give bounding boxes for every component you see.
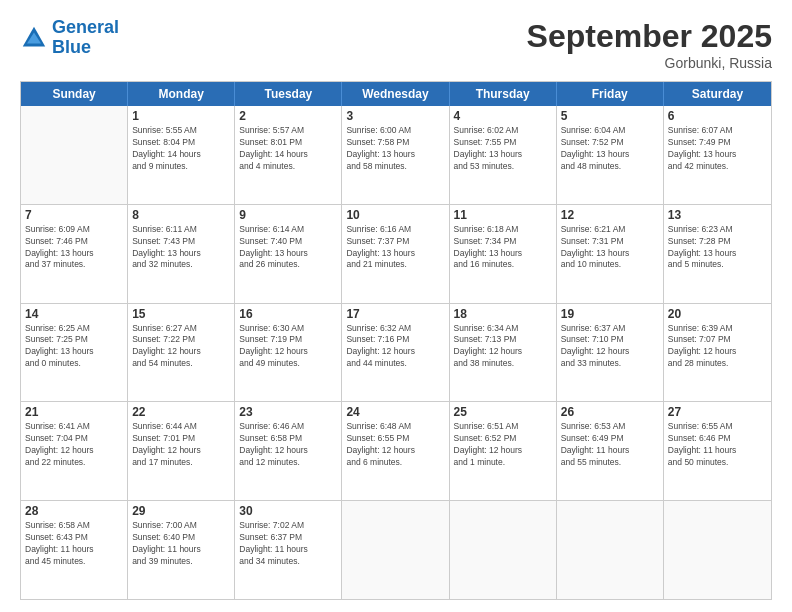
calendar-body: 1Sunrise: 5:55 AM Sunset: 8:04 PM Daylig… xyxy=(21,106,771,599)
logo-icon xyxy=(20,24,48,52)
day-number: 14 xyxy=(25,307,123,321)
calendar-cell: 27Sunrise: 6:55 AM Sunset: 6:46 PM Dayli… xyxy=(664,402,771,500)
day-info: Sunrise: 6:02 AM Sunset: 7:55 PM Dayligh… xyxy=(454,125,552,173)
calendar-cell: 30Sunrise: 7:02 AM Sunset: 6:37 PM Dayli… xyxy=(235,501,342,599)
calendar-cell: 15Sunrise: 6:27 AM Sunset: 7:22 PM Dayli… xyxy=(128,304,235,402)
calendar-cell: 26Sunrise: 6:53 AM Sunset: 6:49 PM Dayli… xyxy=(557,402,664,500)
day-info: Sunrise: 6:51 AM Sunset: 6:52 PM Dayligh… xyxy=(454,421,552,469)
day-info: Sunrise: 6:21 AM Sunset: 7:31 PM Dayligh… xyxy=(561,224,659,272)
day-number: 9 xyxy=(239,208,337,222)
calendar-cell: 14Sunrise: 6:25 AM Sunset: 7:25 PM Dayli… xyxy=(21,304,128,402)
day-info: Sunrise: 6:37 AM Sunset: 7:10 PM Dayligh… xyxy=(561,323,659,371)
day-number: 8 xyxy=(132,208,230,222)
day-number: 10 xyxy=(346,208,444,222)
header-day-saturday: Saturday xyxy=(664,82,771,106)
day-info: Sunrise: 6:34 AM Sunset: 7:13 PM Dayligh… xyxy=(454,323,552,371)
calendar-cell: 11Sunrise: 6:18 AM Sunset: 7:34 PM Dayli… xyxy=(450,205,557,303)
calendar-cell: 1Sunrise: 5:55 AM Sunset: 8:04 PM Daylig… xyxy=(128,106,235,204)
calendar-cell: 23Sunrise: 6:46 AM Sunset: 6:58 PM Dayli… xyxy=(235,402,342,500)
calendar-week-3: 14Sunrise: 6:25 AM Sunset: 7:25 PM Dayli… xyxy=(21,304,771,403)
calendar-cell xyxy=(450,501,557,599)
day-number: 25 xyxy=(454,405,552,419)
header-day-sunday: Sunday xyxy=(21,82,128,106)
day-number: 3 xyxy=(346,109,444,123)
logo-line2: Blue xyxy=(52,37,91,57)
calendar-cell xyxy=(664,501,771,599)
calendar-cell: 8Sunrise: 6:11 AM Sunset: 7:43 PM Daylig… xyxy=(128,205,235,303)
logo-line1: General xyxy=(52,17,119,37)
day-info: Sunrise: 5:55 AM Sunset: 8:04 PM Dayligh… xyxy=(132,125,230,173)
calendar-header: SundayMondayTuesdayWednesdayThursdayFrid… xyxy=(21,82,771,106)
day-number: 17 xyxy=(346,307,444,321)
day-info: Sunrise: 5:57 AM Sunset: 8:01 PM Dayligh… xyxy=(239,125,337,173)
header-day-thursday: Thursday xyxy=(450,82,557,106)
day-info: Sunrise: 6:30 AM Sunset: 7:19 PM Dayligh… xyxy=(239,323,337,371)
day-number: 13 xyxy=(668,208,767,222)
location: Gorbunki, Russia xyxy=(527,55,772,71)
day-info: Sunrise: 6:04 AM Sunset: 7:52 PM Dayligh… xyxy=(561,125,659,173)
day-number: 21 xyxy=(25,405,123,419)
day-number: 2 xyxy=(239,109,337,123)
day-info: Sunrise: 6:27 AM Sunset: 7:22 PM Dayligh… xyxy=(132,323,230,371)
day-info: Sunrise: 6:14 AM Sunset: 7:40 PM Dayligh… xyxy=(239,224,337,272)
calendar-cell: 9Sunrise: 6:14 AM Sunset: 7:40 PM Daylig… xyxy=(235,205,342,303)
day-info: Sunrise: 6:23 AM Sunset: 7:28 PM Dayligh… xyxy=(668,224,767,272)
day-number: 5 xyxy=(561,109,659,123)
calendar-week-5: 28Sunrise: 6:58 AM Sunset: 6:43 PM Dayli… xyxy=(21,501,771,599)
day-number: 15 xyxy=(132,307,230,321)
header: General Blue September 2025 Gorbunki, Ru… xyxy=(20,18,772,71)
calendar-cell: 18Sunrise: 6:34 AM Sunset: 7:13 PM Dayli… xyxy=(450,304,557,402)
month-title: September 2025 xyxy=(527,18,772,55)
day-info: Sunrise: 6:44 AM Sunset: 7:01 PM Dayligh… xyxy=(132,421,230,469)
calendar-cell: 10Sunrise: 6:16 AM Sunset: 7:37 PM Dayli… xyxy=(342,205,449,303)
calendar-cell xyxy=(557,501,664,599)
day-number: 1 xyxy=(132,109,230,123)
day-number: 4 xyxy=(454,109,552,123)
calendar-cell xyxy=(21,106,128,204)
day-number: 18 xyxy=(454,307,552,321)
day-info: Sunrise: 6:48 AM Sunset: 6:55 PM Dayligh… xyxy=(346,421,444,469)
calendar-cell: 21Sunrise: 6:41 AM Sunset: 7:04 PM Dayli… xyxy=(21,402,128,500)
calendar-cell: 17Sunrise: 6:32 AM Sunset: 7:16 PM Dayli… xyxy=(342,304,449,402)
calendar-cell xyxy=(342,501,449,599)
calendar-cell: 5Sunrise: 6:04 AM Sunset: 7:52 PM Daylig… xyxy=(557,106,664,204)
day-info: Sunrise: 7:00 AM Sunset: 6:40 PM Dayligh… xyxy=(132,520,230,568)
logo: General Blue xyxy=(20,18,119,58)
day-number: 12 xyxy=(561,208,659,222)
day-number: 16 xyxy=(239,307,337,321)
calendar-cell: 13Sunrise: 6:23 AM Sunset: 7:28 PM Dayli… xyxy=(664,205,771,303)
day-number: 20 xyxy=(668,307,767,321)
calendar-cell: 3Sunrise: 6:00 AM Sunset: 7:58 PM Daylig… xyxy=(342,106,449,204)
day-number: 22 xyxy=(132,405,230,419)
day-info: Sunrise: 6:07 AM Sunset: 7:49 PM Dayligh… xyxy=(668,125,767,173)
day-info: Sunrise: 6:16 AM Sunset: 7:37 PM Dayligh… xyxy=(346,224,444,272)
page: General Blue September 2025 Gorbunki, Ru… xyxy=(0,0,792,612)
calendar-cell: 22Sunrise: 6:44 AM Sunset: 7:01 PM Dayli… xyxy=(128,402,235,500)
logo-text: General Blue xyxy=(52,18,119,58)
calendar-cell: 2Sunrise: 5:57 AM Sunset: 8:01 PM Daylig… xyxy=(235,106,342,204)
day-info: Sunrise: 6:09 AM Sunset: 7:46 PM Dayligh… xyxy=(25,224,123,272)
day-info: Sunrise: 6:55 AM Sunset: 6:46 PM Dayligh… xyxy=(668,421,767,469)
day-number: 6 xyxy=(668,109,767,123)
day-number: 29 xyxy=(132,504,230,518)
calendar-week-2: 7Sunrise: 6:09 AM Sunset: 7:46 PM Daylig… xyxy=(21,205,771,304)
day-number: 24 xyxy=(346,405,444,419)
calendar-cell: 16Sunrise: 6:30 AM Sunset: 7:19 PM Dayli… xyxy=(235,304,342,402)
day-info: Sunrise: 6:39 AM Sunset: 7:07 PM Dayligh… xyxy=(668,323,767,371)
day-number: 11 xyxy=(454,208,552,222)
day-info: Sunrise: 6:25 AM Sunset: 7:25 PM Dayligh… xyxy=(25,323,123,371)
calendar: SundayMondayTuesdayWednesdayThursdayFrid… xyxy=(20,81,772,600)
calendar-cell: 4Sunrise: 6:02 AM Sunset: 7:55 PM Daylig… xyxy=(450,106,557,204)
day-info: Sunrise: 6:00 AM Sunset: 7:58 PM Dayligh… xyxy=(346,125,444,173)
day-info: Sunrise: 6:53 AM Sunset: 6:49 PM Dayligh… xyxy=(561,421,659,469)
day-number: 7 xyxy=(25,208,123,222)
day-info: Sunrise: 6:11 AM Sunset: 7:43 PM Dayligh… xyxy=(132,224,230,272)
calendar-cell: 19Sunrise: 6:37 AM Sunset: 7:10 PM Dayli… xyxy=(557,304,664,402)
day-number: 19 xyxy=(561,307,659,321)
header-day-tuesday: Tuesday xyxy=(235,82,342,106)
day-info: Sunrise: 6:41 AM Sunset: 7:04 PM Dayligh… xyxy=(25,421,123,469)
day-info: Sunrise: 7:02 AM Sunset: 6:37 PM Dayligh… xyxy=(239,520,337,568)
day-number: 27 xyxy=(668,405,767,419)
day-number: 26 xyxy=(561,405,659,419)
calendar-cell: 29Sunrise: 7:00 AM Sunset: 6:40 PM Dayli… xyxy=(128,501,235,599)
